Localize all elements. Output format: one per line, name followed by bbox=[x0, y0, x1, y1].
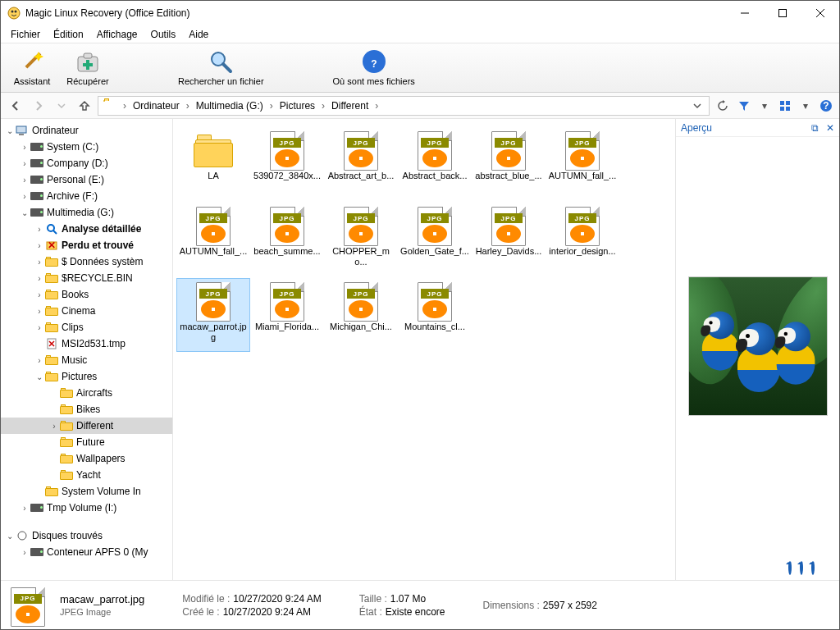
view-mode-icon[interactable] bbox=[777, 98, 793, 114]
chevron-right-icon[interactable]: › bbox=[185, 100, 191, 112]
expand-icon[interactable]: › bbox=[19, 504, 30, 513]
file-item[interactable]: JPG539072_3840x... bbox=[250, 127, 324, 201]
tree-item[interactable]: Bikes bbox=[1, 401, 172, 418]
tree-item[interactable]: ⌄Disques trouvés bbox=[1, 527, 172, 544]
tree-item[interactable]: Wallpapers bbox=[1, 450, 172, 467]
nav-forward[interactable] bbox=[29, 96, 48, 116]
breadcrumb-dropdown[interactable] bbox=[687, 96, 707, 116]
tree-item[interactable]: Future bbox=[1, 434, 172, 450]
file-item[interactable]: LA bbox=[176, 127, 250, 201]
menu-tools[interactable]: Outils bbox=[144, 27, 183, 42]
expand-icon[interactable]: › bbox=[19, 548, 30, 557]
tree-item[interactable]: ⌄Pictures bbox=[1, 368, 172, 385]
nav-history-dropdown[interactable] bbox=[52, 96, 71, 116]
file-item[interactable]: JPGbeach_summe... bbox=[250, 203, 324, 276]
filter-icon[interactable] bbox=[736, 98, 752, 114]
chevron-right-icon[interactable]: › bbox=[320, 100, 326, 112]
help-small-icon[interactable]: ? bbox=[818, 98, 834, 114]
tree-item[interactable]: ›$ Données systèm bbox=[1, 253, 172, 270]
maximize-button[interactable] bbox=[764, 1, 801, 25]
rotate-left-icon[interactable] bbox=[788, 562, 792, 573]
tree-item[interactable]: ›Company (D:) bbox=[1, 155, 172, 171]
expand-icon[interactable]: › bbox=[19, 143, 30, 152]
expand-icon[interactable]: › bbox=[48, 422, 60, 431]
close-button[interactable] bbox=[801, 1, 839, 25]
file-item[interactable]: JPGCHOPPER_mo... bbox=[324, 203, 398, 276]
tree-item[interactable]: ›Different bbox=[1, 418, 172, 434]
tree-item[interactable]: ⌄Ordinateur bbox=[1, 122, 172, 139]
expand-icon[interactable]: ⌄ bbox=[4, 126, 16, 135]
tree-item[interactable]: System Volume In bbox=[1, 483, 172, 500]
expand-icon[interactable]: › bbox=[19, 176, 30, 185]
tree-item[interactable]: ›Personal (E:) bbox=[1, 171, 172, 188]
expand-icon[interactable]: › bbox=[34, 258, 45, 267]
tree-item[interactable]: ›Cinema bbox=[1, 303, 172, 319]
chevron-right-icon[interactable]: › bbox=[373, 100, 380, 112]
expand-icon[interactable]: › bbox=[34, 290, 45, 299]
tree-item[interactable]: ›System (C:) bbox=[1, 139, 172, 155]
chevron-right-icon[interactable]: › bbox=[121, 100, 128, 112]
expand-icon[interactable]: › bbox=[34, 356, 45, 365]
file-item[interactable]: JPGGolden_Gate_f... bbox=[398, 203, 472, 276]
toolbar-where[interactable]: ? Où sont mes fichiers bbox=[330, 48, 418, 86]
breadcrumb[interactable]: › Ordinateur › Multimedia (G:) › Picture… bbox=[98, 96, 710, 116]
tree-item[interactable]: ›Clips bbox=[1, 319, 172, 336]
file-item[interactable]: JPGAUTUMN_fall_... bbox=[546, 127, 619, 201]
toolbar-recover[interactable]: Récupérer bbox=[63, 48, 112, 86]
expand-icon[interactable]: › bbox=[34, 225, 45, 234]
file-item[interactable]: JPGMiami_Florida... bbox=[250, 278, 324, 352]
preview-popout-icon[interactable]: ⧉ bbox=[811, 122, 819, 134]
expand-icon[interactable]: ⌄ bbox=[34, 372, 45, 381]
menu-help[interactable]: Aide bbox=[182, 27, 215, 42]
file-item[interactable]: JPGinterior_design... bbox=[546, 203, 619, 276]
toolbar-search[interactable]: Rechercher un fichier bbox=[175, 48, 267, 86]
file-item[interactable]: JPGmacaw_parrot.jpg bbox=[176, 278, 250, 352]
tree-item[interactable]: ›Tmp Volume (I:) bbox=[1, 500, 172, 516]
file-item[interactable]: JPGabstract_blue_... bbox=[472, 127, 546, 201]
tree-item[interactable]: Yacht bbox=[1, 467, 172, 483]
filter-dropdown[interactable]: ▾ bbox=[762, 100, 767, 112]
tree-item[interactable]: ›Books bbox=[1, 286, 172, 303]
nav-refresh[interactable] bbox=[713, 96, 733, 116]
chevron-right-icon[interactable]: › bbox=[268, 100, 275, 112]
preview-close-icon[interactable]: ✕ bbox=[826, 122, 834, 134]
tree-item[interactable]: ›Archive (F:) bbox=[1, 188, 172, 204]
file-item[interactable]: JPGAUTUMN_fall_... bbox=[176, 203, 250, 276]
minimize-button[interactable] bbox=[726, 1, 764, 25]
menu-edit[interactable]: Édition bbox=[47, 27, 90, 42]
expand-icon[interactable]: › bbox=[19, 192, 30, 201]
rotate-right-icon[interactable] bbox=[811, 562, 815, 573]
expand-icon[interactable]: › bbox=[34, 323, 45, 332]
tree-item[interactable]: ›Music bbox=[1, 352, 172, 368]
tree-item[interactable]: ›✕Perdu et trouvé bbox=[1, 237, 172, 253]
toolbar-assistant[interactable]: Assistant bbox=[7, 48, 57, 86]
menu-file[interactable]: Fichier bbox=[4, 27, 47, 42]
expand-icon[interactable]: ⌄ bbox=[4, 532, 16, 541]
crumb-pictures[interactable]: Pictures bbox=[275, 98, 320, 113]
expand-icon[interactable]: › bbox=[34, 307, 45, 316]
menu-view[interactable]: Affichage bbox=[90, 27, 144, 42]
tree-item[interactable]: ›Analyse détaillée bbox=[1, 221, 172, 237]
expand-icon[interactable]: ⌄ bbox=[19, 208, 30, 217]
expand-icon[interactable]: › bbox=[34, 274, 45, 283]
tree-item[interactable]: ⌄Multimedia (G:) bbox=[1, 204, 172, 221]
tree-item[interactable]: ›Conteneur APFS 0 (My bbox=[1, 544, 172, 560]
file-item[interactable]: JPGAbstract_art_b... bbox=[324, 127, 398, 201]
file-item[interactable]: JPGMichigan_Chi... bbox=[324, 278, 398, 352]
file-item[interactable]: JPGMountains_cl... bbox=[398, 278, 472, 352]
file-item[interactable]: JPGAbstract_back... bbox=[398, 127, 472, 201]
expand-icon[interactable]: › bbox=[19, 159, 30, 168]
crumb-different[interactable]: Different bbox=[326, 98, 373, 113]
view-mode-dropdown[interactable]: ▾ bbox=[803, 100, 808, 112]
tree-item[interactable]: ›$RECYCLE.BIN bbox=[1, 270, 172, 286]
nav-back[interactable] bbox=[6, 96, 25, 116]
crumb-drive[interactable]: Multimedia (G:) bbox=[191, 98, 268, 113]
tree-item[interactable]: Aircrafts bbox=[1, 385, 172, 401]
refresh-icon[interactable] bbox=[800, 562, 803, 573]
nav-up[interactable] bbox=[75, 96, 94, 116]
crumb-computer[interactable]: Ordinateur bbox=[128, 98, 185, 113]
file-pane[interactable]: LAJPG539072_3840x...JPGAbstract_art_b...… bbox=[173, 119, 675, 580]
expand-icon[interactable]: › bbox=[34, 241, 45, 250]
file-item[interactable]: JPGHarley_Davids... bbox=[472, 203, 546, 276]
tree-pane[interactable]: ⌄Ordinateur›System (C:)›Company (D:)›Per… bbox=[1, 119, 173, 580]
